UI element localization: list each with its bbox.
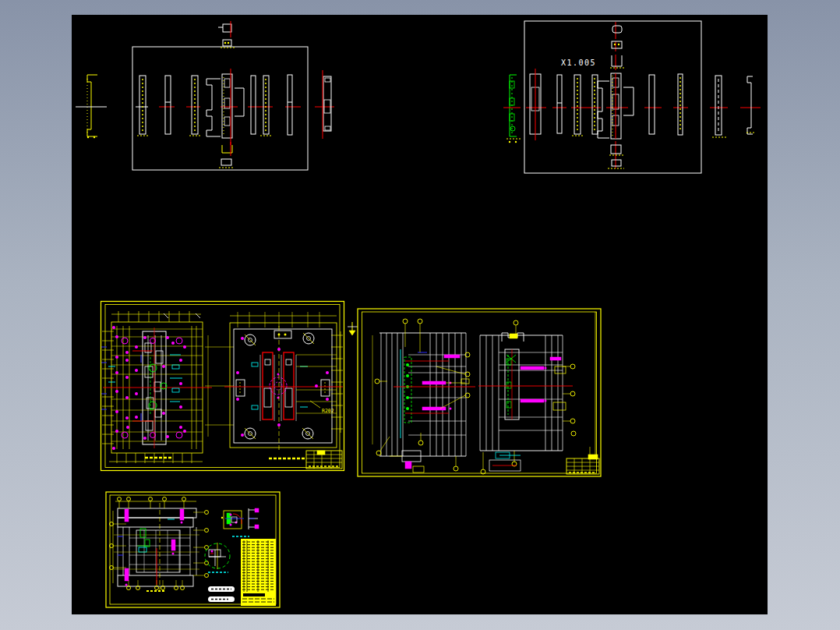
drawing-canvas[interactable] — [72, 15, 768, 614]
